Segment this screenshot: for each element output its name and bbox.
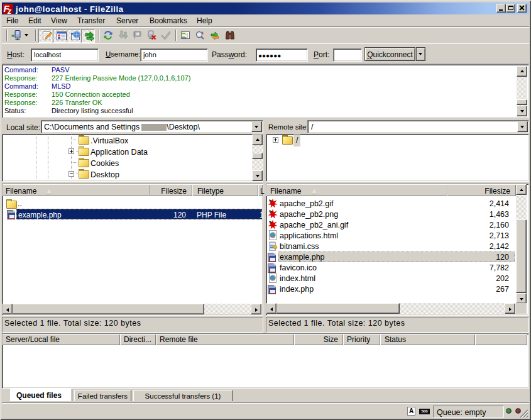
svg-text:z: z [7,7,11,14]
